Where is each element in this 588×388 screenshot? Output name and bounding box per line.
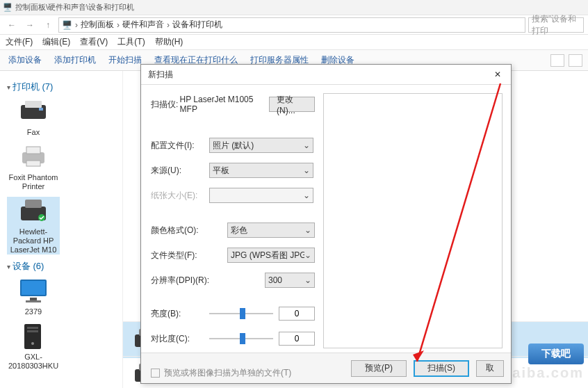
- svg-rect-12: [26, 300, 41, 302]
- device-item-foxit[interactable]: Foxit Phantom Printer: [7, 143, 60, 191]
- new-scan-dialog: 新扫描 ✕ 扫描仪: HP LaserJet M1005 MFP 更改(N)..…: [140, 64, 512, 384]
- dialog-title: 新扫描: [148, 69, 173, 81]
- preview-button[interactable]: 预览(P): [351, 360, 407, 377]
- dialog-form: 扫描仪: HP LaserJet M1005 MFP 更改(N)... 配置文件…: [141, 85, 323, 353]
- contrast-value[interactable]: [279, 332, 315, 346]
- brightness-label: 亮度(B):: [151, 308, 209, 320]
- fax-icon: [14, 97, 53, 127]
- device-label: Hewlett-Packard HP LaserJet M10: [7, 227, 60, 254]
- monitor-icon: [14, 277, 53, 306]
- chevron-right-icon: ›: [75, 20, 78, 30]
- brightness-value[interactable]: [279, 307, 315, 321]
- color-format-select[interactable]: 彩色: [227, 223, 315, 238]
- filetype-select[interactable]: JPG (WPS看图 JPG 图片文: [227, 248, 315, 263]
- printer-icon: [14, 143, 53, 172]
- search-input[interactable]: 搜索"设备和打印: [528, 17, 584, 33]
- profile-label: 配置文件(I):: [151, 140, 209, 152]
- menu-file[interactable]: 文件(F): [6, 36, 33, 48]
- control-panel-icon: 🖥️: [3, 3, 13, 13]
- section-devices-header[interactable]: 设备 (6): [7, 260, 115, 273]
- device-item-monitor[interactable]: 2379: [7, 277, 60, 316]
- device-item-hp-mfp[interactable]: Hewlett-Packard HP LaserJet M10: [7, 197, 60, 254]
- breadcrumb-item[interactable]: 设备和打印机: [172, 19, 222, 31]
- usb-icon: [14, 376, 53, 388]
- breadcrumb-item[interactable]: 硬件和声音: [122, 19, 164, 31]
- cmd-add-device[interactable]: 添加设备: [8, 54, 42, 66]
- device-label: Foxit Phantom Printer: [7, 173, 60, 191]
- svg-point-16: [31, 342, 34, 345]
- window-title: 控制面板\硬件和声音\设备和打印机: [15, 2, 134, 13]
- window-titlebar: 🖥️ 控制面板\硬件和声音\设备和打印机: [0, 0, 588, 15]
- chevron-right-icon: ›: [167, 20, 170, 30]
- svg-rect-10: [22, 281, 45, 295]
- menu-view[interactable]: 查看(V): [80, 36, 108, 48]
- svg-rect-2: [39, 108, 43, 111]
- menu-edit[interactable]: 编辑(E): [42, 36, 70, 48]
- menu-tools[interactable]: 工具(T): [117, 36, 145, 48]
- device-label: GXL-20180303HKU: [7, 353, 60, 371]
- cancel-button[interactable]: 取: [476, 360, 504, 377]
- scanner-name: HP LaserJet M1005 MFP: [180, 95, 261, 114]
- svg-rect-7: [25, 200, 42, 208]
- profile-select[interactable]: 照片 (默认): [209, 138, 313, 153]
- device-item-fax[interactable]: Fax: [7, 97, 60, 137]
- papersize-label: 纸张大小(E):: [151, 190, 209, 202]
- breadcrumb[interactable]: 🖥️ › 控制面板 › 硬件和声音 › 设备和打印机: [58, 17, 525, 33]
- preview-pane: [323, 93, 503, 348]
- nav-back-button[interactable]: ←: [4, 17, 19, 33]
- dpi-spinner[interactable]: 300: [265, 273, 315, 288]
- svg-rect-11: [30, 298, 37, 300]
- device-label: 2379: [25, 307, 42, 316]
- checkbox-icon: [151, 369, 160, 378]
- menu-help[interactable]: 帮助(H): [155, 36, 183, 48]
- filetype-label: 文件类型(F):: [151, 250, 209, 261]
- download-badge: 下载吧: [528, 343, 584, 364]
- view-options-button[interactable]: [550, 54, 564, 67]
- brightness-slider[interactable]: [209, 307, 273, 321]
- dialog-titlebar: 新扫描 ✕: [141, 65, 511, 84]
- device-item-tower[interactable]: GXL-20180303HKU: [7, 322, 60, 371]
- source-label: 来源(U):: [151, 165, 209, 177]
- help-button[interactable]: [569, 54, 582, 67]
- scan-button[interactable]: 扫描(S): [414, 360, 469, 377]
- separate-files-checkbox[interactable]: 预览或将图像扫描为单独的文件(T): [151, 367, 315, 379]
- menu-bar: 文件(F) 编辑(E) 查看(V) 工具(T) 帮助(H): [0, 35, 588, 50]
- device-label: Fax: [27, 128, 40, 137]
- color-format-label: 颜色格式(O):: [151, 225, 209, 236]
- contrast-slider[interactable]: [209, 332, 273, 346]
- dpi-label: 分辨率(DPI)(R):: [151, 275, 220, 286]
- mfp-icon: [14, 197, 53, 226]
- search-placeholder: 搜索"设备和打印: [532, 13, 580, 37]
- svg-rect-1: [25, 101, 42, 108]
- device-pane: 打印机 (7) Fax Foxit Phantom Printer Hewlet…: [0, 71, 122, 388]
- svg-rect-4: [26, 147, 40, 154]
- separate-files-label: 预览或将图像扫描为单独的文件(T): [164, 367, 291, 379]
- cmd-start-scan[interactable]: 开始扫描: [108, 54, 142, 66]
- chevron-right-icon: ›: [117, 20, 120, 30]
- nav-up-button[interactable]: ↑: [40, 17, 56, 33]
- contrast-label: 对比度(C):: [151, 333, 209, 345]
- section-printers-header[interactable]: 打印机 (7): [7, 81, 115, 93]
- breadcrumb-root-icon: 🖥️: [62, 20, 72, 30]
- address-bar: ← → ↑ 🖥️ › 控制面板 › 硬件和声音 › 设备和打印机 搜索"设备和打…: [0, 15, 588, 35]
- svg-rect-14: [27, 327, 38, 329]
- scanner-label: 扫描仪:: [151, 99, 180, 111]
- pc-tower-icon: [14, 322, 53, 351]
- breadcrumb-item[interactable]: 控制面板: [81, 19, 114, 31]
- change-scanner-button[interactable]: 更改(N)...: [269, 97, 315, 112]
- nav-forward-button[interactable]: →: [22, 17, 38, 33]
- svg-rect-5: [26, 161, 40, 166]
- source-select[interactable]: 平板: [209, 163, 313, 178]
- svg-rect-15: [27, 330, 38, 332]
- device-item-usb[interactable]: USB: [7, 376, 60, 388]
- close-button[interactable]: ✕: [491, 68, 504, 81]
- cmd-add-printer[interactable]: 添加打印机: [54, 54, 96, 66]
- papersize-select: [209, 188, 313, 203]
